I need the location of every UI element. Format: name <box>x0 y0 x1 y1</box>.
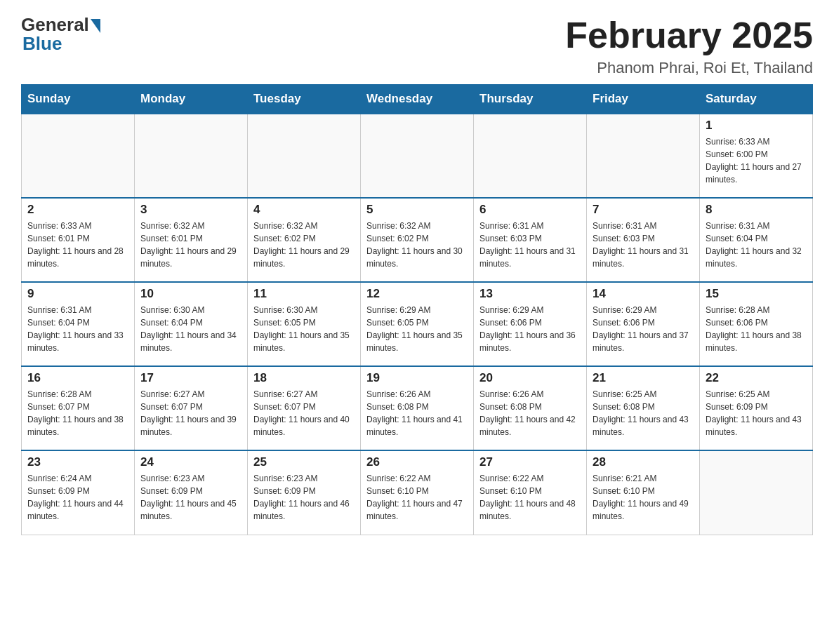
day-number: 8 <box>706 203 807 217</box>
day-info: Sunrise: 6:31 AMSunset: 6:03 PMDaylight:… <box>593 220 694 270</box>
week-row-4: 16Sunrise: 6:28 AMSunset: 6:07 PMDayligh… <box>22 366 813 450</box>
day-info: Sunrise: 6:26 AMSunset: 6:08 PMDaylight:… <box>479 388 581 438</box>
column-header-saturday: Saturday <box>700 85 813 114</box>
calendar-cell: 4Sunrise: 6:32 AMSunset: 6:02 PMDaylight… <box>248 198 361 282</box>
day-number: 16 <box>27 371 128 385</box>
day-number: 12 <box>366 287 468 301</box>
calendar-cell <box>361 114 474 198</box>
calendar-cell: 19Sunrise: 6:26 AMSunset: 6:08 PMDayligh… <box>361 366 474 450</box>
calendar-cell <box>22 114 135 198</box>
day-number: 13 <box>479 287 581 301</box>
calendar-cell: 6Sunrise: 6:31 AMSunset: 6:03 PMDaylight… <box>474 198 587 282</box>
location-subtitle: Phanom Phrai, Roi Et, Thailand <box>565 59 813 77</box>
day-number: 7 <box>593 203 694 217</box>
day-info: Sunrise: 6:26 AMSunset: 6:08 PMDaylight:… <box>366 388 468 438</box>
day-number: 19 <box>366 371 468 385</box>
calendar-cell: 11Sunrise: 6:30 AMSunset: 6:05 PMDayligh… <box>248 282 361 366</box>
day-number: 6 <box>479 203 581 217</box>
day-info: Sunrise: 6:32 AMSunset: 6:01 PMDaylight:… <box>140 220 241 270</box>
calendar-cell: 23Sunrise: 6:24 AMSunset: 6:09 PMDayligh… <box>22 450 135 535</box>
page-header: General Blue February 2025 Phanom Phrai,… <box>21 14 813 77</box>
day-info: Sunrise: 6:32 AMSunset: 6:02 PMDaylight:… <box>366 220 468 270</box>
day-info: Sunrise: 6:22 AMSunset: 6:10 PMDaylight:… <box>479 472 581 523</box>
calendar-cell: 1Sunrise: 6:33 AMSunset: 6:00 PMDaylight… <box>700 114 813 198</box>
week-row-5: 23Sunrise: 6:24 AMSunset: 6:09 PMDayligh… <box>22 450 813 535</box>
week-row-3: 9Sunrise: 6:31 AMSunset: 6:04 PMDaylight… <box>22 282 813 366</box>
column-header-sunday: Sunday <box>22 85 135 114</box>
day-number: 25 <box>253 455 355 469</box>
calendar-cell: 13Sunrise: 6:29 AMSunset: 6:06 PMDayligh… <box>474 282 587 366</box>
day-number: 26 <box>366 455 468 469</box>
day-info: Sunrise: 6:21 AMSunset: 6:10 PMDaylight:… <box>593 472 694 523</box>
day-number: 27 <box>479 455 581 469</box>
day-number: 28 <box>593 455 694 469</box>
calendar-cell: 15Sunrise: 6:28 AMSunset: 6:06 PMDayligh… <box>700 282 813 366</box>
day-info: Sunrise: 6:33 AMSunset: 6:01 PMDaylight:… <box>27 220 128 270</box>
day-info: Sunrise: 6:29 AMSunset: 6:06 PMDaylight:… <box>479 304 581 354</box>
calendar-cell: 3Sunrise: 6:32 AMSunset: 6:01 PMDaylight… <box>135 198 248 282</box>
day-info: Sunrise: 6:31 AMSunset: 6:03 PMDaylight:… <box>479 220 581 270</box>
calendar-cell: 22Sunrise: 6:25 AMSunset: 6:09 PMDayligh… <box>700 366 813 450</box>
day-info: Sunrise: 6:29 AMSunset: 6:05 PMDaylight:… <box>366 304 468 354</box>
calendar-cell: 14Sunrise: 6:29 AMSunset: 6:06 PMDayligh… <box>587 282 700 366</box>
column-header-tuesday: Tuesday <box>248 85 361 114</box>
day-number: 23 <box>27 455 128 469</box>
week-row-1: 1Sunrise: 6:33 AMSunset: 6:00 PMDaylight… <box>22 114 813 198</box>
day-info: Sunrise: 6:23 AMSunset: 6:09 PMDaylight:… <box>140 472 241 523</box>
day-number: 11 <box>253 287 355 301</box>
month-title: February 2025 <box>565 14 813 56</box>
calendar-cell <box>700 450 813 535</box>
day-number: 14 <box>593 287 694 301</box>
column-header-monday: Monday <box>135 85 248 114</box>
day-number: 20 <box>479 371 581 385</box>
day-number: 22 <box>706 371 807 385</box>
day-info: Sunrise: 6:25 AMSunset: 6:08 PMDaylight:… <box>593 388 694 438</box>
calendar-cell: 12Sunrise: 6:29 AMSunset: 6:05 PMDayligh… <box>361 282 474 366</box>
day-info: Sunrise: 6:32 AMSunset: 6:02 PMDaylight:… <box>253 220 355 270</box>
logo: General Blue <box>21 14 100 55</box>
day-info: Sunrise: 6:27 AMSunset: 6:07 PMDaylight:… <box>253 388 355 438</box>
column-header-wednesday: Wednesday <box>361 85 474 114</box>
calendar-cell: 17Sunrise: 6:27 AMSunset: 6:07 PMDayligh… <box>135 366 248 450</box>
day-info: Sunrise: 6:30 AMSunset: 6:05 PMDaylight:… <box>253 304 355 354</box>
day-info: Sunrise: 6:29 AMSunset: 6:06 PMDaylight:… <box>593 304 694 354</box>
day-info: Sunrise: 6:22 AMSunset: 6:10 PMDaylight:… <box>366 472 468 523</box>
calendar-cell: 24Sunrise: 6:23 AMSunset: 6:09 PMDayligh… <box>135 450 248 535</box>
calendar-table: SundayMondayTuesdayWednesdayThursdayFrid… <box>21 84 813 535</box>
day-number: 9 <box>27 287 128 301</box>
calendar-cell <box>587 114 700 198</box>
calendar-cell <box>248 114 361 198</box>
week-row-2: 2Sunrise: 6:33 AMSunset: 6:01 PMDaylight… <box>22 198 813 282</box>
title-area: February 2025 Phanom Phrai, Roi Et, Thai… <box>565 14 813 77</box>
calendar-cell: 2Sunrise: 6:33 AMSunset: 6:01 PMDaylight… <box>22 198 135 282</box>
calendar-cell: 21Sunrise: 6:25 AMSunset: 6:08 PMDayligh… <box>587 366 700 450</box>
day-info: Sunrise: 6:28 AMSunset: 6:06 PMDaylight:… <box>706 304 807 354</box>
calendar-cell: 20Sunrise: 6:26 AMSunset: 6:08 PMDayligh… <box>474 366 587 450</box>
day-number: 5 <box>366 203 468 217</box>
day-info: Sunrise: 6:25 AMSunset: 6:09 PMDaylight:… <box>706 388 807 438</box>
day-info: Sunrise: 6:31 AMSunset: 6:04 PMDaylight:… <box>27 304 128 354</box>
calendar-cell: 27Sunrise: 6:22 AMSunset: 6:10 PMDayligh… <box>474 450 587 535</box>
day-number: 18 <box>253 371 355 385</box>
day-info: Sunrise: 6:31 AMSunset: 6:04 PMDaylight:… <box>706 220 807 270</box>
calendar-cell: 7Sunrise: 6:31 AMSunset: 6:03 PMDaylight… <box>587 198 700 282</box>
logo-blue-text: Blue <box>21 33 62 55</box>
logo-arrow-icon <box>91 19 100 33</box>
column-header-thursday: Thursday <box>474 85 587 114</box>
calendar-cell: 9Sunrise: 6:31 AMSunset: 6:04 PMDaylight… <box>22 282 135 366</box>
calendar-cell: 26Sunrise: 6:22 AMSunset: 6:10 PMDayligh… <box>361 450 474 535</box>
day-info: Sunrise: 6:28 AMSunset: 6:07 PMDaylight:… <box>27 388 128 438</box>
day-number: 1 <box>706 119 807 133</box>
day-number: 24 <box>140 455 241 469</box>
calendar-cell: 18Sunrise: 6:27 AMSunset: 6:07 PMDayligh… <box>248 366 361 450</box>
day-info: Sunrise: 6:23 AMSunset: 6:09 PMDaylight:… <box>253 472 355 523</box>
day-info: Sunrise: 6:27 AMSunset: 6:07 PMDaylight:… <box>140 388 241 438</box>
day-number: 3 <box>140 203 241 217</box>
day-number: 10 <box>140 287 241 301</box>
calendar-cell <box>135 114 248 198</box>
calendar-cell: 8Sunrise: 6:31 AMSunset: 6:04 PMDaylight… <box>700 198 813 282</box>
column-header-friday: Friday <box>587 85 700 114</box>
day-number: 21 <box>593 371 694 385</box>
day-number: 17 <box>140 371 241 385</box>
calendar-cell: 10Sunrise: 6:30 AMSunset: 6:04 PMDayligh… <box>135 282 248 366</box>
